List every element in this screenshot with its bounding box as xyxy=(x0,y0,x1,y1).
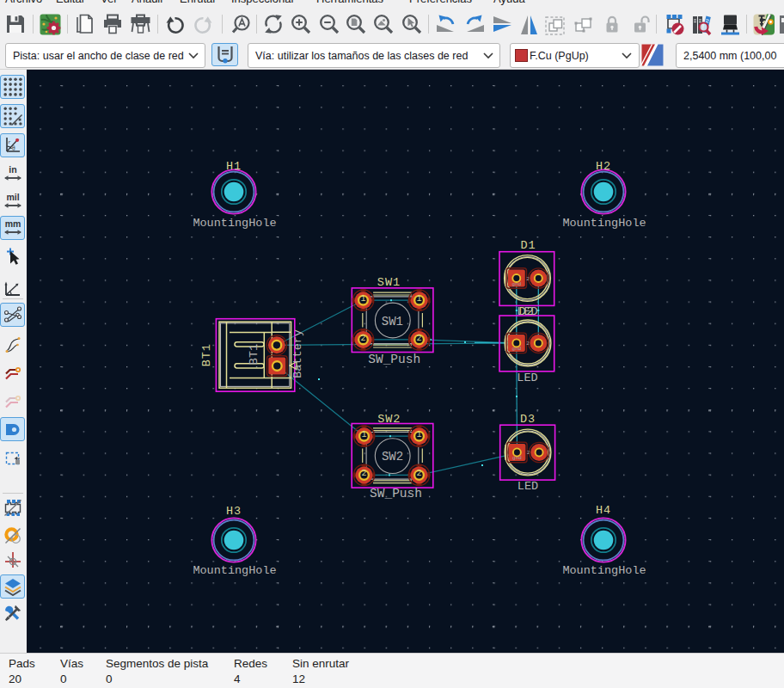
svg-text:D1: D1 xyxy=(520,239,536,252)
svg-text:SW2: SW2 xyxy=(377,413,401,426)
svg-text:H1: H1 xyxy=(226,160,242,173)
svg-text:MountingHole: MountingHole xyxy=(193,217,276,230)
svg-text:SW1: SW1 xyxy=(382,315,403,329)
svg-text:SW_Push: SW_Push xyxy=(368,353,420,366)
svg-text:θ: θ xyxy=(12,144,15,152)
svg-text:2: 2 xyxy=(527,450,530,456)
svg-text:r: r xyxy=(8,138,10,145)
svg-text:gnd: gnd xyxy=(512,455,522,461)
svg-text:Battery: Battery xyxy=(291,329,304,378)
svg-text:SW2: SW2 xyxy=(382,450,403,464)
svg-text:2: 2 xyxy=(526,341,530,347)
svg-text:mm: mm xyxy=(4,218,21,229)
svg-text:D3: D3 xyxy=(520,413,536,426)
svg-text:H2: H2 xyxy=(596,160,611,173)
svg-text:gnd: gnd xyxy=(512,281,522,287)
svg-text:in: in xyxy=(9,164,16,175)
svg-text:BT1: BT1 xyxy=(200,343,213,366)
svg-text:H4: H4 xyxy=(596,504,611,517)
svg-text:LED: LED xyxy=(517,305,537,318)
svg-text:LED: LED xyxy=(518,480,538,493)
svg-text:2: 2 xyxy=(417,334,422,343)
svg-text:H3: H3 xyxy=(226,505,242,518)
svg-text:MountingHole: MountingHole xyxy=(562,564,646,577)
svg-text:BT1: BT1 xyxy=(248,344,260,365)
svg-text:1: 1 xyxy=(361,430,366,439)
svg-text:SW1: SW1 xyxy=(377,276,401,289)
svg-text:gnd: gnd xyxy=(512,346,522,352)
svg-text:mil: mil xyxy=(6,192,19,202)
svg-text:1: 1 xyxy=(416,430,421,439)
svg-text:MountingHole: MountingHole xyxy=(193,564,276,577)
svg-text:2: 2 xyxy=(360,334,365,343)
svg-text:2: 2 xyxy=(416,469,421,478)
svg-text:2: 2 xyxy=(526,276,530,282)
svg-text:2: 2 xyxy=(361,469,366,478)
svg-text:1: 1 xyxy=(360,294,365,304)
svg-text:1: 1 xyxy=(417,294,422,304)
svg-text:MountingHole: MountingHole xyxy=(562,217,646,230)
svg-text:LED: LED xyxy=(517,372,537,384)
svg-text:SW_Push: SW_Push xyxy=(370,487,422,501)
